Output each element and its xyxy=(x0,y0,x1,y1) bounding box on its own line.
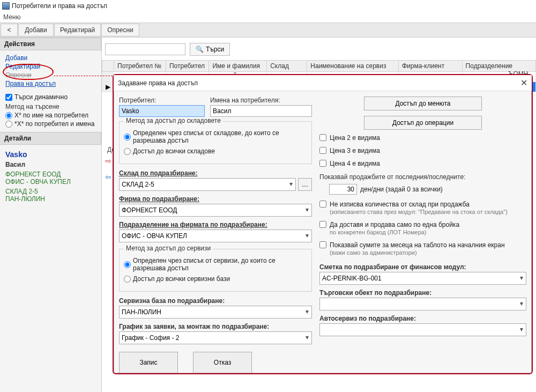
col-stock[interactable]: Склад xyxy=(267,61,307,72)
refresh-button[interactable]: Опресни xyxy=(101,24,139,36)
sales-days-suffix: ден/дни (задай 0 за всички) xyxy=(360,186,443,193)
default-service-select[interactable] xyxy=(119,306,312,319)
user-label: Потребител: xyxy=(119,97,205,104)
search-by-user-and-names-radio[interactable] xyxy=(5,121,12,128)
default-account-label: Сметка по подразбиране от финансов модул… xyxy=(319,263,526,271)
search-by-user-radio[interactable] xyxy=(5,112,12,119)
dynamic-search-label: Търси динамично xyxy=(14,93,68,101)
back-button[interactable]: < xyxy=(1,24,18,36)
access-rights-dialog: Задаване права на достъп ✕ Потребител: И… xyxy=(113,74,533,374)
details-panel-head: Детайли xyxy=(0,132,101,145)
col-name[interactable]: Име и фамилия xyxy=(209,61,267,72)
window-title: Потребители и права на достъп xyxy=(12,2,107,10)
col-firm[interactable]: Фирма-клиент xyxy=(398,61,462,72)
move-left-icon[interactable]: ⇦ xyxy=(105,173,111,181)
action-edit[interactable]: Редактирай xyxy=(5,62,96,71)
main-toolbar: < Добави Редактирай Опресни xyxy=(0,23,536,38)
user-field[interactable] xyxy=(119,105,205,117)
col-user[interactable]: Потребител xyxy=(166,61,209,72)
no-stock-writeoff-checkbox[interactable] xyxy=(319,201,326,208)
action-add[interactable]: Добави xyxy=(5,54,96,62)
detail-service: ПАН-ЛЮЛИН xyxy=(5,195,96,203)
add-button[interactable]: Добави xyxy=(18,24,54,36)
service-list-radio[interactable] xyxy=(124,261,131,268)
detail-user: Vasko xyxy=(5,148,96,159)
names-label: Имена на потребителя: xyxy=(210,97,312,104)
single-unit-checkbox[interactable] xyxy=(319,221,326,228)
default-service-label: Сервизна база по подразбиране: xyxy=(119,297,312,305)
price2-visible-checkbox[interactable] xyxy=(319,134,326,141)
detail-name: Васил xyxy=(5,161,96,168)
detail-stock: СКЛАД 2-5 xyxy=(5,188,96,195)
cancel-button[interactable]: Отказ xyxy=(193,352,252,373)
col-user-no[interactable]: Потребител № xyxy=(114,61,166,72)
close-icon[interactable]: ✕ xyxy=(520,78,527,88)
stock-access-method-group: Метод за достъп до складовете Определен … xyxy=(119,121,312,164)
default-dept-select[interactable] xyxy=(119,230,312,242)
search-icon: 🔍 xyxy=(196,46,204,53)
names-field[interactable] xyxy=(210,105,312,117)
default-schedule-select[interactable] xyxy=(119,331,312,344)
search-input[interactable] xyxy=(105,43,185,55)
dialog-title: Задаване права на достъп xyxy=(118,79,198,87)
stock-all-radio[interactable] xyxy=(124,148,131,155)
default-firm-select[interactable] xyxy=(119,204,312,217)
service-access-method-group: Метод за достъп до сервизи Определен чре… xyxy=(119,249,312,292)
default-autoservice-select[interactable] xyxy=(319,323,526,336)
default-shop-label: Търговски обект по подразбиране: xyxy=(319,289,526,297)
default-dept-label: Подразделение на фирмата по подразбиране… xyxy=(119,221,312,228)
default-account-select[interactable] xyxy=(319,272,526,285)
service-all-radio[interactable] xyxy=(124,276,131,283)
action-access-rights[interactable]: Права на достъп xyxy=(5,79,96,88)
detail-firm: ФОРНЕКСТ ЕООД xyxy=(5,171,96,178)
default-autoservice-label: Автосервиз по подразбиране: xyxy=(319,315,526,322)
actions-panel-head: Действия xyxy=(0,38,101,50)
move-right-icon[interactable]: ⇨ xyxy=(105,157,111,165)
save-button[interactable]: Запис xyxy=(119,352,178,373)
price4-visible-checkbox[interactable] xyxy=(319,160,326,167)
price3-visible-checkbox[interactable] xyxy=(319,147,326,154)
edit-button[interactable]: Редактирай xyxy=(54,24,101,36)
stock-list-radio[interactable] xyxy=(124,134,131,140)
default-stock-label: Склад по подразбиране: xyxy=(119,169,312,177)
default-shop-select[interactable] xyxy=(319,298,526,310)
dynamic-search-checkbox[interactable] xyxy=(5,94,12,101)
default-stock-select[interactable] xyxy=(119,178,296,191)
sales-days-input[interactable] xyxy=(329,184,357,195)
menu-access-button[interactable]: Достъп до менюта xyxy=(364,97,482,110)
default-firm-label: Фирма по подразбиране: xyxy=(119,195,312,203)
app-icon xyxy=(2,2,10,10)
operations-access-button[interactable]: Достъп до операции xyxy=(364,116,482,130)
sales-days-label: Показвай продажбите от последния/последн… xyxy=(319,173,526,181)
dashboard-month-sums-checkbox[interactable] xyxy=(319,241,326,248)
menu-bar[interactable]: Меню xyxy=(0,12,536,23)
detail-dept: ОФИС - ОВЧА КУПЕЛ xyxy=(5,178,96,186)
left-sidebar: Действия Добави Редактирай Опресни Права… xyxy=(0,38,102,392)
default-schedule-label: График за заявки, за монтаж по подразбир… xyxy=(119,323,312,330)
search-button[interactable]: 🔍Търси xyxy=(190,43,230,56)
window-titlebar: Потребители и права на достъп xyxy=(0,0,536,12)
default-stock-browse-button[interactable]: … xyxy=(298,178,312,191)
search-method-label: Метод на търсене xyxy=(5,103,96,110)
action-refresh[interactable]: Опресни xyxy=(5,71,96,79)
col-service[interactable]: Наименование на сервиз xyxy=(307,61,399,72)
